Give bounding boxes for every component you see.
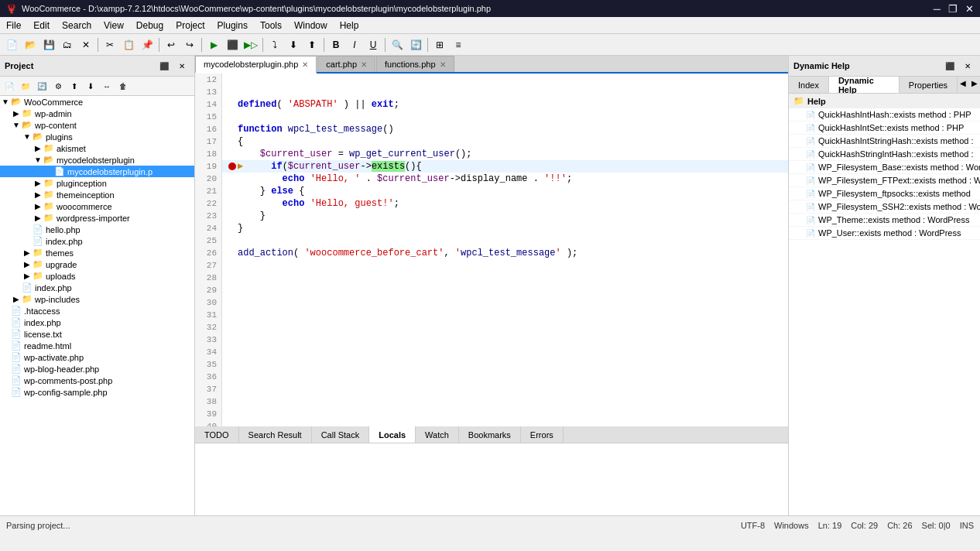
tab-close-mycodelobsterplugin[interactable]: ✕ <box>302 60 308 69</box>
help-item-9[interactable]: 📄WP_User::exists method : WordPress <box>789 227 980 240</box>
tree-item-index-php2[interactable]: 📄index.php <box>0 282 194 293</box>
tree-item-wordpress-importer[interactable]: ▶📁wordpress-importer <box>0 212 194 224</box>
tab-watch[interactable]: Watch <box>416 426 459 443</box>
tree-item-index-php[interactable]: 📄index.php <box>0 235 194 247</box>
code-line-27[interactable] <box>222 259 788 272</box>
tree-item-themes[interactable]: ▶📁themes <box>0 247 194 258</box>
code-line-28[interactable] <box>222 272 788 284</box>
expand-icon[interactable]: ▼ <box>33 156 43 164</box>
add-file-button[interactable]: 📄 <box>2 78 17 94</box>
code-line-35[interactable] <box>222 358 788 371</box>
tab-search-result[interactable]: Search Result <box>239 426 312 443</box>
code-line-33[interactable] <box>222 334 788 346</box>
tab-close-cart[interactable]: ✕ <box>361 60 367 69</box>
tree-item-license-txt[interactable]: 📄license.txt <box>0 328 194 340</box>
help-item-6[interactable]: 📄WP_Filesystem_ftpsocks::exists method <box>789 187 980 200</box>
breakpoint-indicator[interactable] <box>228 163 236 170</box>
expand-icon[interactable]: ▶ <box>11 295 22 303</box>
italic-button[interactable]: I <box>346 36 363 53</box>
panel-close-button[interactable]: ✕ <box>174 58 190 74</box>
tree-item-wp-comments-post-php[interactable]: 📄wp-comments-post.php <box>0 375 194 386</box>
tree-item-wp-admin[interactable]: ▶📁wp-admin <box>0 108 194 119</box>
settings-button[interactable]: ⚙ <box>50 78 66 94</box>
tree-item-akismet[interactable]: ▶📁akismet <box>0 142 194 154</box>
tree-item-wp-blog-header-php[interactable]: 📄wp-blog-header.php <box>0 363 194 375</box>
tree-item-upgrade[interactable]: ▶📁upgrade <box>0 258 194 270</box>
tree-item-pluginception[interactable]: ▶📁pluginception <box>0 177 194 189</box>
tree-item-themeinception[interactable]: ▶📁themeinception <box>0 189 194 200</box>
editor[interactable]: 1213141516171819202122232425262728293031… <box>195 74 788 426</box>
add-folder-button[interactable]: 📁 <box>18 78 33 94</box>
tab-close-functions[interactable]: ✕ <box>440 60 446 69</box>
expand-icon[interactable]: ▶ <box>33 202 43 210</box>
code-line-21[interactable]: } else { <box>222 185 788 197</box>
step-out-button[interactable]: ⬆ <box>303 36 320 53</box>
tab-functions[interactable]: functions.php ✕ <box>376 56 454 72</box>
code-line-36[interactable] <box>222 371 788 383</box>
tree-item-woocommerce-folder[interactable]: ▶📁woocommerce <box>0 200 194 212</box>
right-panel-close-button[interactable]: ✕ <box>960 58 975 74</box>
expand-icon[interactable]: ▼ <box>22 132 33 141</box>
code-area[interactable]: defined( 'ABSPATH' ) || exit;function wp… <box>222 74 788 426</box>
expand-icon[interactable]: ▶ <box>22 272 33 280</box>
tab-mycodelobsterplugin[interactable]: mycodelobsterplugin.php ✕ <box>195 56 317 74</box>
help-item-2[interactable]: 📄QuickHashIntStringHash::exists method : <box>789 135 980 148</box>
code-line-22[interactable]: echo 'Hello, guest!'; <box>222 197 788 210</box>
run-button[interactable]: ▶ <box>205 36 222 53</box>
step-over-button[interactable]: ⤵ <box>266 36 283 53</box>
tab-index[interactable]: Index <box>789 77 829 93</box>
new-file-button[interactable]: 📄 <box>3 36 20 53</box>
tree-item-hello-php[interactable]: 📄hello.php <box>0 224 194 235</box>
expand-icon[interactable]: ▶ <box>33 214 43 222</box>
next-btn[interactable]: ▶ <box>969 77 981 89</box>
minimize-button[interactable]: ─ <box>934 3 941 15</box>
menu-debug[interactable]: Debug <box>130 19 170 33</box>
tab-cart[interactable]: cart.php ✕ <box>317 56 375 72</box>
tree-item-uploads[interactable]: ▶📁uploads <box>0 270 194 282</box>
help-item-3[interactable]: 📄QuickHashStringIntHash::exists method : <box>789 148 980 161</box>
tree-item-htaccess[interactable]: 📄.htaccess <box>0 305 194 317</box>
code-line-25[interactable] <box>222 234 788 247</box>
table-button[interactable]: ⊞ <box>431 36 448 53</box>
menu-window[interactable]: Window <box>288 19 334 33</box>
menu-tools[interactable]: Tools <box>254 19 288 33</box>
help-item-1[interactable]: 📄QuickHashIntSet::exists method : PHP <box>789 121 980 135</box>
underline-button[interactable]: U <box>365 36 382 53</box>
code-line-37[interactable] <box>222 383 788 395</box>
undo-button[interactable]: ↩ <box>163 36 180 53</box>
menu-search[interactable]: Search <box>56 19 98 33</box>
refresh-button[interactable]: 🔄 <box>34 78 50 94</box>
expand-icon[interactable]: ▶ <box>11 109 22 118</box>
code-line-32[interactable] <box>222 321 788 334</box>
code-line-34[interactable] <box>222 346 788 358</box>
tree-item-mycodelobsterpluginp[interactable]: 📄mycodelobsterplugin.p <box>0 166 194 177</box>
tree-item-woocommerce[interactable]: ▼📂WooCommerce <box>0 96 194 108</box>
menu-help[interactable]: Help <box>334 19 365 33</box>
menu-view[interactable]: View <box>98 19 130 33</box>
code-line-39[interactable] <box>222 408 788 420</box>
menu-file[interactable]: File <box>0 19 27 33</box>
expand-icon[interactable]: ▼ <box>11 121 22 129</box>
code-line-16[interactable]: function wpcl_test_message() <box>222 123 788 135</box>
tree-item-wp-config-sample-php[interactable]: 📄wp-config-sample.php <box>0 386 194 398</box>
tree-item-mycodelobsterplugin[interactable]: ▼📂mycodelobsterplugin <box>0 154 194 166</box>
expand-icon[interactable]: ▶ <box>33 190 43 199</box>
code-line-13[interactable] <box>222 86 788 98</box>
code-line-20[interactable]: echo 'Hello, ' . $current_user->display_… <box>222 173 788 185</box>
tab-locals[interactable]: Locals <box>369 426 416 443</box>
menu-plugins[interactable]: Plugins <box>211 19 254 33</box>
up-button[interactable]: ⬆ <box>67 78 82 94</box>
help-item-7[interactable]: 📄WP_Filesystem_SSH2::exists method : Wor <box>789 200 980 214</box>
menu-project[interactable]: Project <box>170 19 211 33</box>
code-line-29[interactable] <box>222 284 788 296</box>
title-bar-controls[interactable]: ─ ❐ ✕ <box>934 3 974 15</box>
code-line-12[interactable] <box>222 74 788 86</box>
help-item-5[interactable]: 📄WP_Filesystem_FTPext::exists method : W <box>789 174 980 187</box>
expand-icon[interactable]: ▶ <box>33 144 43 152</box>
tab-dynamic-help[interactable]: Dynamic Help <box>829 77 899 93</box>
expand-icon[interactable]: ▶ <box>33 179 43 187</box>
delete-button[interactable]: 🗑 <box>115 78 131 94</box>
panel-expand-button[interactable]: ⬛ <box>156 58 172 74</box>
code-line-38[interactable] <box>222 395 788 408</box>
expand-icon[interactable]: ▶ <box>22 248 33 257</box>
